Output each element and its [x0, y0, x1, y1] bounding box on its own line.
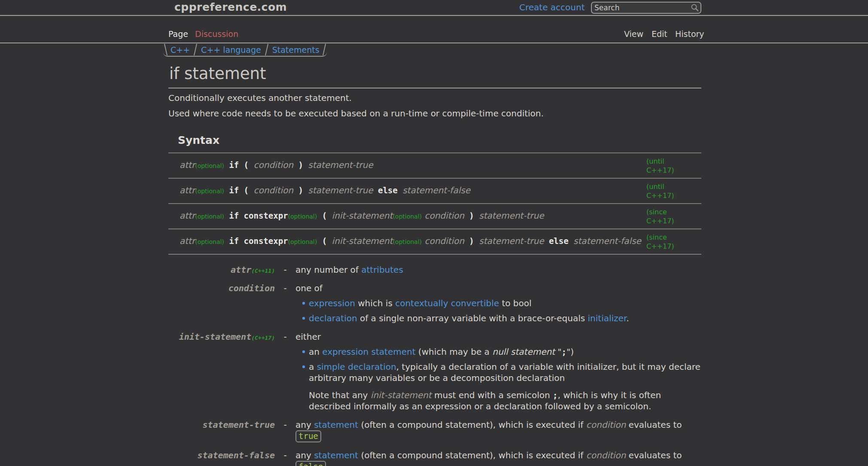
version-label: (until C++17): [646, 182, 682, 200]
definition-desc: either an expression statement (which ma…: [295, 331, 701, 416]
top-header: cppreference.com Create account: [0, 0, 868, 16]
note-paragraph: Note that any init-statement must end wi…: [309, 390, 701, 412]
definition-list: attr(C++11) - any number of attributes c…: [168, 264, 701, 466]
grammar-term: condition: [253, 185, 293, 195]
keyword-badge[interactable]: true: [295, 430, 321, 442]
search-input[interactable]: [592, 3, 691, 12]
inline-link[interactable]: simple declaration: [317, 362, 396, 372]
grammar-term: attr: [180, 160, 195, 170]
tab-page[interactable]: Page: [168, 29, 188, 39]
definition-row-condition: condition - one of expression which is c…: [168, 283, 701, 328]
code-keyword: if (: [224, 160, 254, 170]
text-run: (often a compound statement), which is e…: [358, 420, 586, 430]
syntax-row: attr(optional) if constexpr(optional) ( …: [168, 204, 701, 229]
version-label: (since C++17): [646, 207, 682, 225]
definition-term: condition: [168, 283, 275, 328]
tab-edit[interactable]: Edit: [652, 29, 667, 39]
text-run: (often a compound statement), which is e…: [358, 450, 586, 460]
grammar-term: attr: [231, 265, 251, 275]
definition-desc: any statement (often a compound statemen…: [295, 450, 701, 466]
optional-marker: (optional): [393, 213, 422, 220]
tab-discussion[interactable]: Discussion: [195, 29, 238, 39]
syntax-row: attr(optional) if ( condition ) statemen…: [168, 153, 701, 178]
grammar-term: condition: [228, 283, 275, 293]
definition-line: either: [295, 331, 701, 342]
grammar-term: init-statement: [179, 332, 252, 342]
definition-desc: any number of attributes: [295, 264, 701, 279]
tab-view[interactable]: View: [624, 29, 643, 39]
optional-marker: (optional): [195, 238, 224, 245]
grammar-term: statement-false: [573, 236, 641, 246]
definition-row-attr: attr(C++11) - any number of attributes: [168, 264, 701, 279]
definition-term: init-statement(C++17): [168, 331, 275, 416]
inline-link[interactable]: expression statement: [322, 347, 415, 357]
text-run: a: [309, 362, 317, 372]
breadcrumb-item-cpp-language[interactable]: C++ language: [201, 45, 261, 55]
inline-link[interactable]: statement: [314, 420, 358, 430]
optional-marker: (optional): [288, 213, 317, 220]
inline-link[interactable]: declaration: [309, 313, 357, 323]
bullet-item: declaration of a single non-array variab…: [302, 313, 701, 324]
grammar-term: attr: [180, 236, 195, 246]
code-keyword: if constexpr: [224, 236, 288, 246]
definition-desc: any statement (often a compound statemen…: [295, 419, 701, 446]
definition-dash: -: [275, 264, 295, 279]
text-run: which is: [355, 298, 395, 308]
breadcrumb-separator: [265, 44, 268, 55]
inline-link[interactable]: contextually convertible: [395, 298, 499, 308]
definition-desc: one of expression which is contextually …: [295, 283, 701, 328]
grammar-term: condition: [424, 236, 464, 246]
syntax-row: attr(optional) if ( condition ) statemen…: [168, 178, 701, 204]
text-run: evaluates to: [626, 420, 682, 430]
bullet-item: expression which is contextually convert…: [302, 298, 701, 309]
search-icon[interactable]: [691, 3, 699, 12]
inline-link[interactable]: initializer: [588, 313, 627, 323]
code-keyword: ): [293, 160, 308, 170]
definition-line: any number of attributes: [295, 264, 701, 275]
grammar-term: statement-true: [308, 185, 373, 195]
site-logo[interactable]: cppreference.com: [174, 1, 287, 13]
breadcrumb-separator: [194, 44, 197, 55]
code-keyword: (: [317, 236, 332, 246]
inline-link[interactable]: expression: [309, 298, 355, 308]
grammar-term: statement-false: [197, 450, 275, 460]
code-keyword: else: [544, 236, 573, 246]
text-run: any number of: [295, 265, 361, 275]
search-box[interactable]: [591, 2, 701, 14]
text-run: Note that any: [309, 390, 371, 400]
code-keyword: ;: [562, 347, 566, 356]
definition-term: statement-false: [168, 450, 275, 466]
optional-marker: (optional): [288, 238, 317, 245]
inline-link[interactable]: statement: [314, 450, 358, 460]
inline-link[interactable]: attributes: [361, 265, 403, 275]
version-marker: (C++17): [251, 335, 275, 341]
text-run: one of: [295, 283, 323, 293]
breadcrumb-item-cpp[interactable]: C++: [171, 45, 190, 55]
optional-marker: (optional): [393, 238, 422, 245]
breadcrumb-item-statements[interactable]: Statements: [272, 45, 320, 55]
nav-bar: Page Discussion View Edit History: [0, 16, 868, 43]
grammar-term: condition: [424, 210, 464, 221]
syntax-table: attr(optional) if ( condition ) statemen…: [168, 152, 701, 255]
optional-marker: (optional): [195, 188, 224, 195]
code-keyword: ;: [553, 390, 557, 400]
text-run: to bool: [499, 298, 532, 308]
grammar-term: init-statement: [371, 390, 432, 400]
definition-term: statement-true: [168, 419, 275, 446]
grammar-term: init-statement: [332, 210, 393, 221]
definition-line: one of: [295, 283, 701, 294]
text-run: ": [555, 347, 562, 357]
grammar-term: condition: [586, 420, 626, 430]
text-run: must end with a semicolon: [432, 390, 553, 400]
code-keyword: if (: [224, 186, 254, 195]
code-keyword: ): [293, 186, 308, 195]
breadcrumb: C++ C++ language Statements: [163, 43, 327, 57]
keyword-badge[interactable]: false: [295, 461, 326, 466]
grammar-term: statement-true: [202, 420, 275, 430]
tab-history[interactable]: History: [675, 29, 704, 39]
syntax-row: attr(optional) if constexpr(optional) ( …: [168, 229, 701, 254]
create-account-link[interactable]: Create account: [519, 2, 585, 12]
text-run: "): [566, 347, 574, 357]
grammar-term: statement-true: [479, 210, 544, 221]
definition-dash: -: [275, 419, 295, 446]
